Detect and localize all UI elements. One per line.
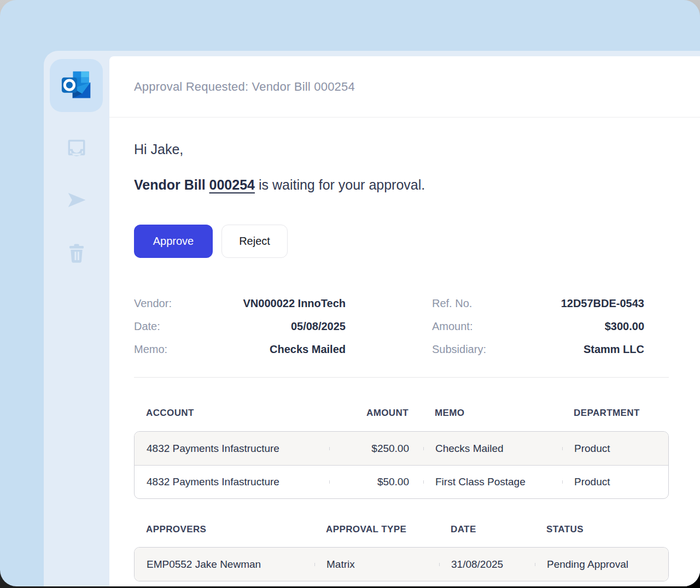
inbox-icon[interactable] — [44, 137, 109, 158]
outlook-logo-tile[interactable] — [50, 59, 103, 112]
memo-cell: First Class Postage — [423, 476, 562, 488]
detail-row-date: Date: 05/08/2025 — [134, 320, 346, 343]
approval-message: Vendor Bill 000254 is waiting for your a… — [134, 177, 425, 193]
memo-label: Memo: — [134, 343, 167, 356]
department-cell: Product — [562, 476, 668, 488]
approvers-table: EMP0552 Jake Newman Matrix 31/08/2025 Pe… — [134, 547, 669, 581]
table-row: 4832 Payments Infastructure $50.00 First… — [135, 465, 668, 498]
bill-label: Vendor Bill — [134, 177, 206, 192]
detail-row-amount: Amount: $300.00 — [432, 320, 644, 343]
mail-app-frame: Approval Requested: Vendor Bill 000254 H… — [44, 51, 700, 586]
action-buttons: Approve Reject — [134, 225, 288, 258]
date-label: Date: — [134, 320, 160, 333]
table-row: 4832 Payments Infastructure $250.00 Chec… — [135, 432, 668, 465]
app-window: Approval Requested: Vendor Bill 000254 H… — [0, 0, 700, 586]
outlook-logo-icon — [61, 70, 92, 101]
detail-row-memo: Memo: Checks Mailed — [134, 343, 346, 366]
detail-row-vendor: Vendor: VN000022 InnoTech — [134, 297, 346, 320]
detail-row-refno: Ref. No. 12D57BDE-0543 — [432, 297, 644, 320]
date-value: 05/08/2025 — [291, 320, 346, 333]
vendor-label: Vendor: — [134, 297, 172, 310]
email-panel: Approval Requested: Vendor Bill 000254 H… — [109, 56, 700, 586]
greeting-text: Hi Jake, — [134, 142, 183, 157]
department-cell: Product — [562, 443, 668, 455]
approval-type-column-header: APPROVAL TYPE — [314, 524, 439, 535]
status-cell: Pending Approval — [535, 558, 668, 571]
refno-value: 12D57BDE-0543 — [561, 297, 644, 310]
approver-cell: EMP0552 Jake Newman — [135, 558, 314, 571]
email-subject: Approval Requested: Vendor Bill 000254 — [134, 80, 355, 94]
sidebar — [44, 51, 109, 586]
amount-cell: $250.00 — [329, 443, 423, 455]
memo-column-header: MEMO — [423, 408, 562, 419]
vendor-value: VN000022 InnoTech — [243, 297, 346, 310]
line-items-header-row: ACCOUNT AMOUNT MEMO DEPARTMENT — [134, 408, 669, 419]
approval-type-cell: Matrix — [314, 558, 439, 571]
department-column-header: DEPARTMENT — [562, 408, 669, 419]
trash-icon[interactable] — [44, 242, 109, 264]
amount-label: Amount: — [432, 320, 472, 333]
date-column-header: DATE — [439, 524, 534, 535]
send-icon[interactable] — [44, 189, 109, 211]
refno-label: Ref. No. — [432, 297, 472, 310]
table-row: EMP0552 Jake Newman Matrix 31/08/2025 Pe… — [135, 548, 668, 581]
approvers-header-row: APPROVERS APPROVAL TYPE DATE STATUS — [134, 524, 669, 535]
memo-value: Checks Mailed — [270, 343, 346, 356]
reject-button[interactable]: Reject — [221, 225, 288, 258]
approvers-column-header: APPROVERS — [134, 524, 314, 535]
approval-date-cell: 31/08/2025 — [439, 558, 535, 571]
approval-message-rest: is waiting for your approval. — [255, 177, 425, 192]
details-left-column: Vendor: VN000022 InnoTech Date: 05/08/20… — [134, 297, 346, 366]
amount-column-header: AMOUNT — [329, 408, 423, 419]
memo-cell: Checks Mailed — [423, 443, 562, 455]
detail-row-subsidiary: Subsidiary: Stamm LLC — [432, 343, 644, 366]
email-header: Approval Requested: Vendor Bill 000254 — [109, 56, 700, 117]
account-column-header: ACCOUNT — [134, 408, 329, 419]
line-items-table: 4832 Payments Infastructure $250.00 Chec… — [134, 431, 669, 499]
subsidiary-label: Subsidiary: — [432, 343, 486, 356]
account-cell: 4832 Payments Infastructure — [135, 476, 329, 488]
amount-value: $300.00 — [605, 320, 644, 333]
bill-number-link[interactable]: 000254 — [209, 177, 255, 192]
section-divider — [134, 377, 669, 378]
amount-cell: $50.00 — [329, 476, 423, 488]
status-column-header: STATUS — [534, 524, 669, 535]
approve-button[interactable]: Approve — [134, 225, 213, 258]
details-right-column: Ref. No. 12D57BDE-0543 Amount: $300.00 S… — [432, 297, 644, 366]
account-cell: 4832 Payments Infastructure — [135, 443, 329, 455]
subsidiary-value: Stamm LLC — [584, 343, 644, 356]
